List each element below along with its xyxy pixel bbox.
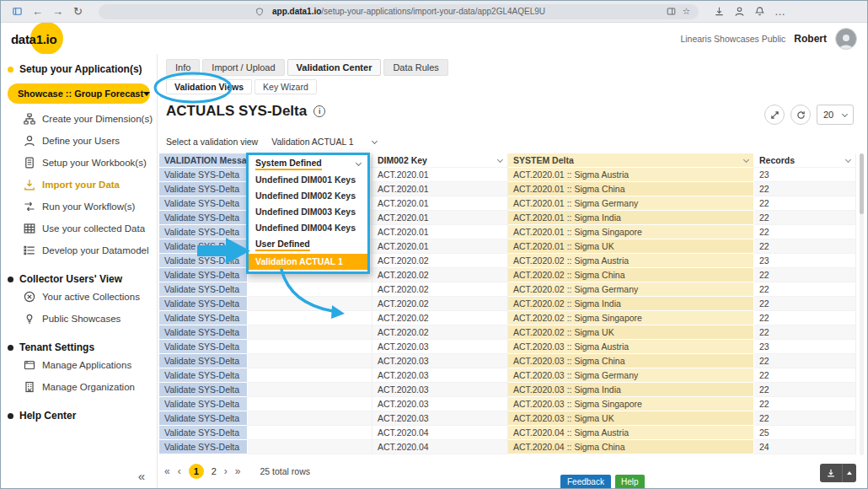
- table-cell: ACT.2020.02 :: Sigma China: [508, 268, 754, 282]
- table-cell: ACT.2020.02 :: Sigma Singapore: [508, 311, 754, 325]
- page-button-2[interactable]: 2: [212, 466, 217, 476]
- validation-view-select[interactable]: Validation ACTUAL 1: [266, 134, 381, 149]
- tab-data-rules[interactable]: Data Rules: [383, 59, 447, 76]
- back-icon[interactable]: ←: [29, 3, 46, 19]
- sidebar-item-create-your-dimension-s[interactable]: Create your Dimension(s): [1, 108, 157, 130]
- column-header-dim002-key[interactable]: DIM002 Key: [372, 153, 508, 168]
- table-cell: [248, 411, 372, 426]
- reading-mode-icon[interactable]: [665, 5, 678, 18]
- column-header-label: SYSTEM Delta: [513, 155, 574, 165]
- column-header-system-delta[interactable]: SYSTEM Delta: [508, 153, 754, 168]
- dropdown-item-validation-actual-1[interactable]: Validation ACTUAL 1: [249, 254, 367, 270]
- app-selector-pill[interactable]: Showcase :: Group Forecast: [8, 83, 150, 104]
- chevron-down-icon: [497, 156, 503, 162]
- page-button-1[interactable]: 1: [189, 464, 204, 479]
- subtab-validation-views[interactable]: Validation Views: [166, 79, 252, 94]
- notifications-icon[interactable]: [752, 3, 768, 19]
- download-icon[interactable]: [820, 464, 843, 482]
- table-cell: ACT.2020.01 :: Sigma Singapore: [508, 225, 754, 239]
- sidebar-item-manage-organization[interactable]: Manage Organization: [1, 376, 157, 398]
- forward-icon[interactable]: →: [50, 3, 66, 19]
- user-avatar[interactable]: [835, 28, 857, 50]
- table-cell: Validate SYS-Delta: [159, 426, 248, 440]
- sidebar-item-define-your-users[interactable]: Define your Users: [1, 130, 157, 152]
- table-cell: Validate SYS-Delta: [159, 196, 248, 211]
- sidebar-item-run-your-workflow-s[interactable]: Run your Workflow(s): [1, 196, 157, 218]
- table-cell: ACT.2020.01: [372, 211, 508, 225]
- table-cell: ACT.2020.03 :: Sigma Germany: [508, 368, 754, 383]
- first-page-button[interactable]: «: [164, 465, 170, 477]
- vertical-scrollbar[interactable]: [860, 153, 864, 455]
- sidebar-item-setup-your-workbook-s[interactable]: Setup your Workbook(s): [1, 152, 157, 174]
- address-bar[interactable]: app.data1.io/setup-your-applications/imp…: [99, 4, 699, 19]
- dimensions-icon: [24, 113, 35, 125]
- scrollbar-thumb[interactable]: [860, 153, 864, 214]
- chevron-down-icon: [372, 137, 378, 143]
- dropdown-item-undefined-dim002-keys[interactable]: Undefined DIM002 Keys: [249, 188, 367, 204]
- column-header-validation-message[interactable]: VALIDATION Message: [159, 153, 248, 168]
- table-cell: Validate SYS-Delta: [159, 268, 248, 282]
- feedback-button[interactable]: Feedback: [560, 475, 611, 489]
- app-logo[interactable]: data1.io: [9, 24, 82, 53]
- info-icon[interactable]: [313, 105, 325, 117]
- download-split-button[interactable]: [820, 464, 856, 482]
- chevron-down-icon: [143, 92, 150, 96]
- tab-bar: InfoImport / UploadValidation CenterData…: [166, 59, 448, 76]
- tab-import-upload[interactable]: Import / Upload: [202, 59, 284, 76]
- table-cell: ACT.2020.03: [372, 397, 508, 411]
- tab-validation-center[interactable]: Validation Center: [287, 59, 382, 76]
- last-page-button[interactable]: »: [235, 465, 241, 477]
- dropdown-item-undefined-dim001-keys[interactable]: Undefined DIM001 Keys: [249, 172, 367, 188]
- sidebar-section-title: Tenant Settings: [1, 341, 157, 354]
- org-icon: [24, 381, 35, 393]
- sidebar-item-label: Import your Data: [42, 180, 120, 190]
- dropdown-item-undefined-dim003-keys[interactable]: Undefined DIM003 Keys: [249, 204, 367, 220]
- dropdown-item-undefined-dim004-keys[interactable]: Undefined DIM004 Keys: [249, 220, 367, 236]
- total-rows-label: 25 total rows: [260, 466, 311, 476]
- browser-menu-icon[interactable]: …: [772, 3, 788, 19]
- subtab-key-wizard[interactable]: Key Wizard: [255, 79, 317, 94]
- section-bullet-icon: [8, 67, 13, 73]
- refresh-button[interactable]: [790, 105, 811, 125]
- next-page-button[interactable]: ›: [224, 465, 228, 477]
- downloads-icon[interactable]: [711, 3, 727, 19]
- table-cell: [248, 397, 372, 411]
- sidebar-item-import-your-data[interactable]: Import your Data: [1, 174, 157, 196]
- sidebar-item-use-your-collected-data[interactable]: Use your collected Data: [1, 218, 157, 239]
- tab-actions-icon[interactable]: [9, 3, 25, 19]
- page-size-select[interactable]: 20: [817, 105, 854, 125]
- table-cell: Validate SYS-Delta: [159, 311, 248, 325]
- dropdown-group-header: System Defined: [249, 155, 367, 172]
- favorite-star-icon[interactable]: ☆: [680, 5, 693, 18]
- table-cell: [248, 426, 372, 440]
- table-cell: ACT.2020.03: [372, 411, 508, 426]
- page-size-value: 20: [823, 110, 833, 120]
- tab-info[interactable]: Info: [166, 59, 200, 76]
- table-cell: ACT.2020.03 :: Sigma Austria: [508, 340, 754, 354]
- sidebar-section-title: Collector Users' View: [1, 272, 157, 286]
- url-path: /setup-your-applications/import-your-dat…: [321, 7, 545, 16]
- sidebar-item-develop-your-datamodel[interactable]: Develop your Datamodel: [1, 239, 157, 261]
- logo-text: data1.io: [11, 32, 56, 46]
- sidebar-collapse-button[interactable]: «: [138, 469, 145, 483]
- table-cell: ACT.2020.04: [372, 426, 508, 440]
- sidebar-item-manage-applications[interactable]: Manage Applications: [1, 354, 157, 376]
- fullscreen-button[interactable]: [764, 105, 785, 125]
- sidebar-item-your-active-collections[interactable]: Your active Collections: [1, 286, 157, 308]
- sidebar-item-public-showcases[interactable]: Public Showcases: [1, 308, 157, 330]
- table-cell: 22: [754, 397, 856, 411]
- help-button[interactable]: Help: [615, 475, 645, 489]
- download-options-button[interactable]: [843, 464, 856, 482]
- prev-page-button[interactable]: ‹: [178, 465, 181, 477]
- table-cell: 22: [754, 182, 856, 196]
- table-cell: ACT.2020.02 :: Sigma India: [508, 297, 754, 311]
- browser-profile-icon[interactable]: [731, 3, 747, 19]
- table-cell: Validate SYS-Delta: [159, 239, 248, 254]
- table-cell: 22: [754, 297, 856, 311]
- column-header-records[interactable]: Records: [754, 153, 856, 168]
- table-cell: Validate SYS-Delta: [159, 168, 248, 182]
- table-cell: ACT.2020.03 :: Sigma UK: [508, 411, 754, 426]
- reload-icon[interactable]: ↻: [70, 3, 86, 19]
- workflow-icon: [24, 201, 35, 212]
- table-cell: 22: [754, 196, 856, 211]
